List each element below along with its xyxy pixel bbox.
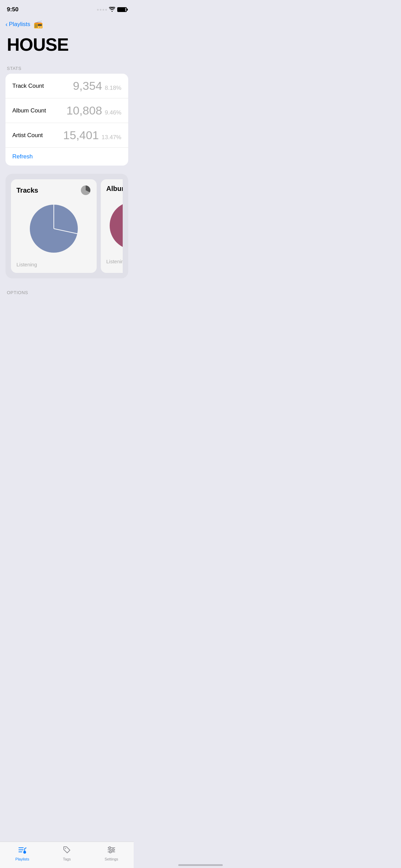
back-button[interactable]: ‹ Playlists 📻 (5, 20, 43, 29)
tracks-chart-title: Tracks (16, 186, 38, 194)
albums-chart-header: Albums (106, 185, 123, 193)
album-count-label: Album Count (12, 107, 46, 114)
album-count-percent: 9.46% (105, 109, 121, 116)
charts-scroll[interactable]: Tracks Listening (11, 179, 123, 273)
artist-count-percent: 13.47% (101, 134, 121, 141)
tracks-chart-icon (80, 185, 91, 196)
albums-pie-container (106, 198, 123, 253)
back-label: Playlists (9, 21, 30, 28)
refresh-row: Refresh (5, 148, 128, 166)
nav-emoji: 📻 (34, 20, 43, 29)
nav-bar: ‹ Playlists 📻 (0, 17, 134, 33)
track-count-row: Track Count 9,354 8.18% (5, 74, 128, 98)
status-time: 9:50 (7, 6, 19, 13)
charts-section: Tracks Listening (5, 174, 128, 278)
stats-card: Track Count 9,354 8.18% Album Count 10,8… (5, 74, 128, 166)
stats-section-label: STATS (0, 66, 134, 74)
albums-pie-chart (106, 198, 123, 253)
page-title-section: HOUSE (0, 33, 134, 60)
tracks-chart-card[interactable]: Tracks Listening (11, 179, 97, 273)
status-icons (97, 7, 127, 13)
track-count-value-group: 9,354 8.18% (73, 79, 121, 93)
albums-chart-card[interactable]: Albums Listening (101, 179, 123, 273)
back-chevron-icon: ‹ (5, 21, 8, 28)
track-count-label: Track Count (12, 83, 44, 89)
track-count-value: 9,354 (73, 79, 102, 93)
tracks-chart-footer: Listening (16, 262, 91, 267)
tracks-chart-header: Tracks (16, 185, 91, 196)
album-count-value: 10,808 (66, 104, 102, 117)
artist-count-row: Artist Count 15,401 13.47% (5, 123, 128, 148)
wifi-icon (109, 7, 115, 13)
options-section: OPTIONS (0, 278, 134, 298)
battery-icon (117, 7, 127, 12)
status-bar: 9:50 (0, 0, 134, 17)
album-count-row: Album Count 10,808 9.46% (5, 98, 128, 123)
artist-count-value: 15,401 (63, 129, 99, 142)
track-count-percent: 8.18% (105, 85, 121, 92)
album-count-value-group: 10,808 9.46% (66, 104, 121, 117)
refresh-button[interactable]: Refresh (12, 153, 33, 160)
options-label: OPTIONS (7, 290, 28, 295)
tracks-pie-container (16, 201, 91, 256)
albums-chart-title: Albums (106, 185, 123, 193)
tracks-pie-chart (26, 201, 81, 256)
artist-count-value-group: 15,401 13.47% (63, 129, 121, 142)
page-title: HOUSE (7, 36, 127, 53)
svg-point-4 (110, 202, 123, 250)
albums-chart-footer: Listening (106, 258, 123, 264)
artist-count-label: Artist Count (12, 132, 43, 139)
signal-dots-icon (97, 9, 107, 11)
